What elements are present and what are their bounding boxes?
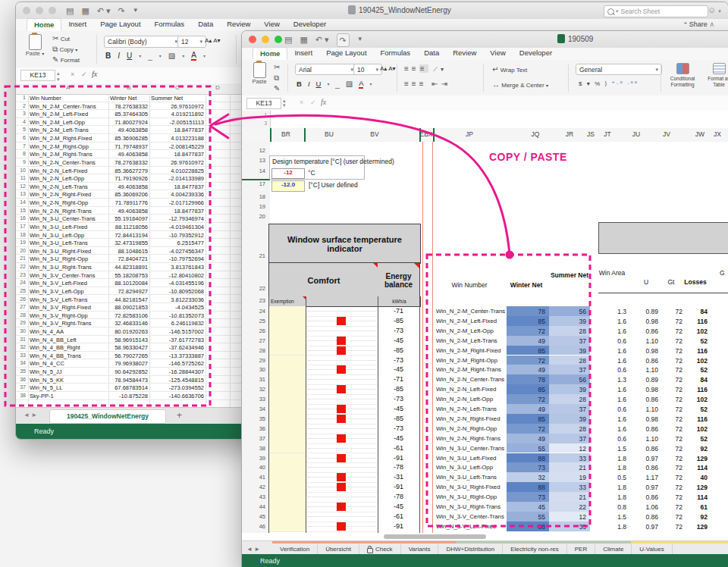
cell-summer-net[interactable]: 18.8477837 <box>149 183 204 190</box>
cell-u-value[interactable]: 0.97 <box>630 523 658 531</box>
table-row[interactable]: 10Win_N_2-N_Left-Fixed85.366272794.01022… <box>16 167 243 175</box>
merge-center-button[interactable]: ↔ Merge & Center ▾ <box>492 80 548 89</box>
cell-win-area[interactable]: 1.8 <box>600 493 626 501</box>
cell-win-number[interactable]: Win_N_4_AA <box>30 328 107 335</box>
row-number[interactable]: 1 <box>16 95 26 102</box>
ribbon-tab-data[interactable]: Data <box>417 47 446 60</box>
cell-summer-net[interactable]: 18.8477837 <box>149 208 204 215</box>
font-size-select[interactable]: 12▾ <box>177 36 206 48</box>
table-row[interactable]: 16Win_N_3-U_Center-Trans55.19164097-12.7… <box>16 215 243 223</box>
row-number[interactable]: 32 <box>242 386 265 393</box>
italic-button[interactable]: I <box>118 52 120 60</box>
energy-balance-cell[interactable]: -85 <box>378 415 419 423</box>
row-number[interactable]: 13 <box>242 157 265 165</box>
energy-balance-cell[interactable]: -73 <box>378 327 419 335</box>
cancel-icon[interactable]: × <box>300 99 303 106</box>
comfort-cell[interactable] <box>306 404 378 415</box>
row-number[interactable]: 38 <box>242 445 265 453</box>
column-header-jq[interactable]: JQ <box>522 130 549 139</box>
cell-losses[interactable]: 114 <box>685 493 708 501</box>
comfort-cell[interactable] <box>306 374 378 385</box>
cell-winter-net[interactable]: -10.875228 <box>101 393 148 399</box>
cell-gt[interactable]: 72 <box>664 337 682 345</box>
row-number[interactable]: 36 <box>16 377 26 384</box>
conditional-formatting-button[interactable]: Conditional Formatting <box>665 63 700 87</box>
cell-summer-net[interactable]: 33 <box>549 453 590 463</box>
cell-summer-net[interactable]: -4.019461304 <box>149 224 204 230</box>
cell-summer-net[interactable]: 6.246119832 <box>149 320 204 327</box>
cell-losses[interactable]: 102 <box>685 396 708 403</box>
cell-summer-net[interactable]: -125.4548815 <box>149 377 204 384</box>
row-number[interactable]: 46 <box>242 523 265 531</box>
row-number[interactable]: 21 <box>16 255 26 262</box>
cell-win-area[interactable]: 1.6 <box>600 318 626 325</box>
row-number[interactable]: 10 <box>16 168 26 174</box>
row-number[interactable]: 34 <box>242 406 265 413</box>
cell-summer-net[interactable]: 37 <box>549 404 590 414</box>
cell-winter-net[interactable]: 49 <box>507 434 549 443</box>
row-number[interactable]: 35 <box>16 368 26 375</box>
table-row[interactable]: 6Win_N_2-M_Right-Fixed85.369062854.01322… <box>16 134 243 143</box>
cell-u-value[interactable]: 0.98 <box>630 415 658 423</box>
row-number[interactable]: 13 <box>16 191 26 198</box>
cell-win-number[interactable]: Win_N_3-U_Left-Opp <box>30 232 107 239</box>
exemption-cell[interactable] <box>269 356 306 366</box>
table-row[interactable]: 31Win_N_4_BB_Left58.96915143-37.61772783 <box>16 336 243 344</box>
ribbon-tab-formulas[interactable]: Formulas <box>374 47 418 60</box>
number-format-select[interactable]: General▾ <box>576 64 662 75</box>
cell-winter-net[interactable]: 78 <box>507 374 549 384</box>
window-controls[interactable] <box>23 7 56 14</box>
cell-gt[interactable]: 72 <box>664 366 682 374</box>
scissors-icon[interactable]: ✂ <box>274 63 280 72</box>
exemption-cell[interactable] <box>269 374 306 385</box>
row-number[interactable]: 15 <box>16 208 26 215</box>
new-sheet-icon[interactable]: ▤ <box>66 5 74 17</box>
cell-summer-net[interactable]: 39 <box>549 346 590 356</box>
cell-summer-net[interactable]: 4.010228825 <box>149 168 204 174</box>
cell-win-number[interactable]: Win_N_2-M_Right-Opp <box>30 143 107 150</box>
font-grow-shrink[interactable]: A▴ A▾ <box>380 65 395 72</box>
cell-summer-net[interactable]: -13.37333887 <box>149 352 204 359</box>
cell-summer-net[interactable]: -10.79752694 <box>149 255 204 262</box>
cell-win-number[interactable]: Win_N_3-V_Center-Trans <box>436 513 506 521</box>
cell-summer-net[interactable]: 56 <box>549 306 590 316</box>
cell-winter-net[interactable]: 55 <box>507 512 549 522</box>
table-row[interactable]: 2Win_N_2-M_Center-Trans78.2763833226.976… <box>16 102 243 111</box>
cell-win-area[interactable]: 1.6 <box>600 347 626 355</box>
cell-summer-net[interactable]: 22 <box>549 502 590 512</box>
cell-winter-net[interactable]: 32 <box>507 472 549 482</box>
cell-winter-net[interactable]: 32.47319855 <box>101 240 148 246</box>
sheet-tab-variants[interactable]: Variants <box>401 544 439 555</box>
ribbon-tab-formulas[interactable]: Formulas <box>148 18 192 31</box>
cell-summer-net[interactable]: 28 <box>549 394 590 404</box>
energy-balance-cell[interactable]: -45 <box>378 405 419 413</box>
column-header-jv[interactable]: JV <box>653 130 680 139</box>
row-number[interactable]: 21 <box>242 252 265 261</box>
cell-win-number[interactable]: Win_N_2-N_Right-Trans <box>30 208 107 215</box>
share-button[interactable]: ⁺ Share ∧ <box>684 20 714 28</box>
cell-gt[interactable]: 72 <box>664 396 682 403</box>
column-header-br[interactable]: BR <box>272 130 300 139</box>
cell-u-value[interactable]: 0.86 <box>630 493 658 501</box>
column-header-a[interactable]: A <box>28 84 108 93</box>
cell-summer-net[interactable]: 28 <box>549 326 590 336</box>
cell-win-number[interactable]: Win_N_4_CC <box>30 360 107 367</box>
border-button[interactable] <box>335 80 339 89</box>
column-header-bu[interactable]: BU <box>315 130 343 139</box>
cell-win-number[interactable]: Win_N_2-N_Right-Fixed <box>436 415 506 423</box>
ribbon-tab-developer[interactable]: Developer <box>287 18 333 31</box>
cell-winter-net[interactable]: 55 <box>507 443 549 453</box>
cell-win-number[interactable]: Win_N_2-N_Left-Trans <box>436 406 506 413</box>
horizontal-align-icons[interactable]: ≡≡≡ ⇤⇥ <box>404 80 450 89</box>
row-number[interactable]: 26 <box>242 327 265 335</box>
cell-win-number[interactable]: Win_N_2-M_Right-Fixed <box>436 347 506 355</box>
cell-win-number[interactable]: Win_N_3-U_Left-Fixed <box>436 455 506 462</box>
cell-u-value[interactable]: 0.98 <box>630 318 658 325</box>
column-header-b[interactable]: B <box>108 84 149 93</box>
cell-win-area[interactable]: 1.6 <box>600 425 626 433</box>
energy-balance-cell[interactable]: -31 <box>378 473 419 481</box>
cell-gt[interactable]: 72 <box>664 357 682 365</box>
font-color-button[interactable]: A <box>191 51 196 61</box>
cell-win-number[interactable]: Win_N_2-N_Right-Trans <box>436 435 506 443</box>
energy-balance-cell[interactable]: -61 <box>378 512 419 521</box>
